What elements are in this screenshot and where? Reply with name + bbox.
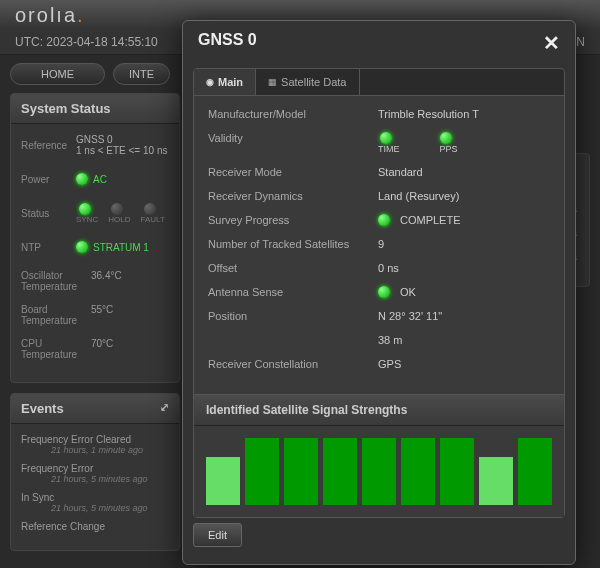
signal-bar — [245, 438, 279, 505]
ntp-led-icon — [76, 241, 88, 253]
board-temp-value: 55°C — [91, 304, 113, 326]
board-temp-label: Board Temperature — [21, 304, 91, 326]
utc-time: UTC: 2023-04-18 14:55:10 — [15, 35, 158, 49]
edit-button[interactable]: Edit — [193, 523, 242, 547]
event-item: Frequency Error Cleared21 hours, 1 minut… — [21, 434, 169, 455]
home-button[interactable]: HOME — [10, 63, 105, 85]
survey-progress: COMPLETE — [400, 214, 461, 226]
survey-led-icon — [378, 214, 390, 226]
logo: orolıa. — [15, 4, 85, 27]
expand-icon[interactable]: ⤢ — [160, 401, 169, 416]
signal-bar — [206, 457, 240, 505]
manufacturer-model: Trimble Resolution T — [378, 108, 550, 120]
reference-label: Reference — [21, 140, 76, 151]
satellite-strengths-title: Identified Satellite Signal Strengths — [194, 394, 564, 426]
antenna-led-icon — [378, 286, 390, 298]
position-lat: N 28° 32' 11" — [378, 310, 550, 322]
antenna-sense: OK — [400, 286, 416, 298]
power-value: AC — [93, 174, 107, 185]
satellite-chart — [194, 426, 564, 517]
sync-led-icon — [79, 203, 91, 215]
close-icon[interactable]: ✕ — [543, 31, 560, 55]
power-label: Power — [21, 174, 76, 185]
ntp-label: NTP — [21, 242, 76, 253]
osc-temp-label: Oscillator Temperature — [21, 270, 91, 292]
event-item: Frequency Error21 hours, 5 minutes ago — [21, 463, 169, 484]
cpu-temp-label: CPU Temperature — [21, 338, 91, 360]
status-label: Status — [21, 208, 76, 219]
tab-satellite-data[interactable]: ▦Satellite Data — [256, 69, 359, 95]
fault-led-icon — [144, 203, 156, 215]
modal-title: GNSS 0 — [198, 31, 257, 55]
gnss-modal: GNSS 0 ✕ ◉Main ▦Satellite Data Manufactu… — [182, 20, 576, 565]
system-status-panel: System Status Reference GNSS 0 1 ns < ET… — [10, 93, 180, 383]
position-alt: 38 m — [378, 334, 550, 346]
events-title: Events — [21, 401, 64, 416]
offset-value: 0 ns — [378, 262, 550, 274]
osc-temp-value: 36.4°C — [91, 270, 122, 292]
hold-led-icon — [111, 203, 123, 215]
system-status-title: System Status — [11, 94, 179, 124]
signal-bar — [440, 438, 474, 505]
pps-valid-led-icon — [440, 132, 452, 144]
event-item: In Sync21 hours, 5 minutes ago — [21, 492, 169, 513]
cpu-temp-value: 70°C — [91, 338, 113, 360]
receiver-constellation: GPS — [378, 358, 550, 370]
signal-bar — [284, 438, 318, 505]
power-led-icon — [76, 173, 88, 185]
event-item: Reference Change — [21, 521, 169, 532]
signal-bar — [362, 438, 396, 505]
signal-bar — [479, 457, 513, 505]
time-led-icon — [380, 132, 392, 144]
tab-main[interactable]: ◉Main — [194, 69, 256, 95]
reference-value: GNSS 0 — [76, 134, 113, 145]
ntp-value: STRATUM 1 — [93, 242, 149, 253]
signal-bar — [518, 438, 552, 505]
events-panel: Events ⤢ Frequency Error Cleared21 hours… — [10, 393, 180, 551]
reference-ete: 1 ns < ETE <= 10 ns — [76, 145, 167, 156]
receiver-dynamics: Land (Resurvey) — [378, 190, 550, 202]
signal-bar — [323, 438, 357, 505]
nav-button-2[interactable]: INTE — [113, 63, 170, 85]
signal-bar — [401, 438, 435, 505]
tracked-satellites: 9 — [378, 238, 550, 250]
receiver-mode: Standard — [378, 166, 550, 178]
